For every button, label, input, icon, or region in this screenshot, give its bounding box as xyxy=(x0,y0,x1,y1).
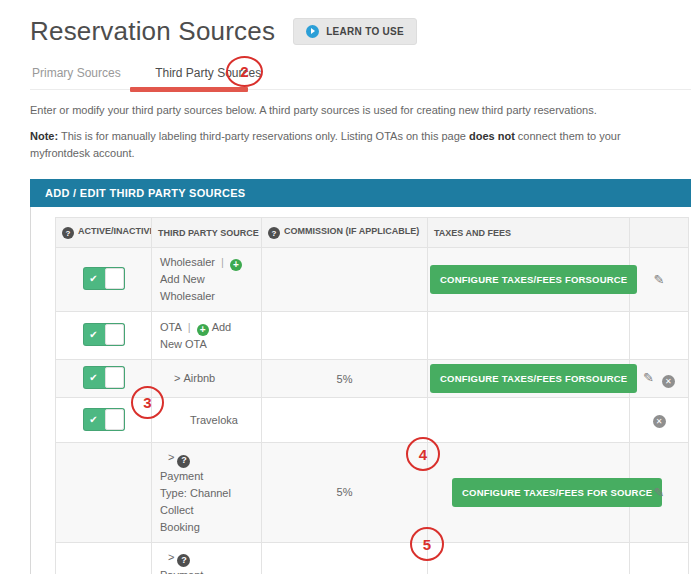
separator: | xyxy=(221,256,224,268)
check-icon: ✔ xyxy=(83,267,105,290)
active-toggle[interactable]: ✔ xyxy=(83,408,125,431)
configure-taxes-button[interactable]: CONFIGURE TAXES/FEES FOR SOURCE xyxy=(452,478,662,507)
column-header-label: ACTIVE/INACTIVE xyxy=(78,226,152,236)
toggle-knob xyxy=(105,324,124,345)
edit-icon[interactable]: ✎ xyxy=(643,370,654,385)
delete-icon[interactable]: ✕ xyxy=(662,375,675,388)
source-text: Wholesaler|+Add New Wholesaler xyxy=(160,254,253,305)
separator: | xyxy=(188,321,191,333)
active-toggle-cell xyxy=(56,443,152,543)
child-prefix: > xyxy=(168,551,174,563)
learn-to-use-button[interactable]: LEARN TO USE xyxy=(293,18,417,45)
toggle-knob xyxy=(105,367,124,388)
check-icon: ✔ xyxy=(83,366,105,389)
note-body: This is for manually labeling third-part… xyxy=(58,130,469,142)
column-header-label: COMMISSION (IF APPLICABLE) xyxy=(284,226,419,236)
help-icon: ? xyxy=(177,455,190,468)
add-new-link[interactable]: Add New Wholesaler xyxy=(160,273,215,302)
source-text: >?Payment Type: Channel Collect Booking xyxy=(160,449,232,536)
active-toggle[interactable]: ✔ xyxy=(83,366,125,389)
commission-value: 5% xyxy=(337,486,353,498)
source-cell: Traveloka xyxy=(152,398,262,443)
play-icon xyxy=(306,25,319,38)
taxes-fees-cell xyxy=(428,312,630,360)
check-icon: ✔ xyxy=(83,323,105,346)
commission-cell: 5% xyxy=(262,360,428,398)
table-row: >?Payment Type: Channel Collect Booking5… xyxy=(56,443,689,543)
panel-body: ?ACTIVE/INACTIVETHIRD PARTY SOURCE?COMMI… xyxy=(30,207,691,574)
tabs: Primary Sources Third Party Sources xyxy=(30,60,691,90)
commission-cell xyxy=(262,248,428,312)
column-header-taxes-and-fees: TAXES AND FEES xyxy=(428,218,630,248)
check-icon: ✔ xyxy=(83,408,105,431)
actions-cell: ✕ xyxy=(630,398,689,443)
tab-primary-sources[interactable]: Primary Sources xyxy=(30,60,123,86)
taxes-fees-cell: CONFIGURE TAXES/FEES FORSOURCE xyxy=(428,248,630,312)
table-row: >?Payment Type: Hotel Collect Booking2%C… xyxy=(56,542,689,574)
active-toggle-cell: ✔ xyxy=(56,312,152,360)
add-edit-sources-panel: ADD / EDIT THIRD PARTY SOURCES ?ACTIVE/I… xyxy=(30,179,691,574)
active-toggle[interactable]: ✔ xyxy=(83,323,125,346)
note-text: Note: This is for manually labeling thir… xyxy=(30,128,634,162)
source-label: Payment Type: Channel Collect Booking xyxy=(160,470,231,533)
source-label: Traveloka xyxy=(190,414,238,426)
child-prefix: > xyxy=(174,372,180,384)
actions-cell xyxy=(630,312,689,360)
taxes-fees-cell: CONFIGURE TAXES/FEES FOR SOURCE xyxy=(428,542,630,574)
plus-icon: + xyxy=(197,324,209,336)
source-label: Airbnb xyxy=(183,372,215,384)
page-header: Reservation Sources LEARN TO USE xyxy=(30,14,691,48)
commission-cell xyxy=(262,398,428,443)
active-toggle-cell: ✔ xyxy=(56,248,152,312)
annotation-circle-5: 5 xyxy=(410,527,444,561)
delete-icon[interactable]: ✕ xyxy=(653,415,666,428)
table-head: ?ACTIVE/INACTIVETHIRD PARTY SOURCE?COMMI… xyxy=(56,218,689,248)
table-row: ✔OTA|+Add New OTA xyxy=(56,312,689,360)
column-header-label: TAXES AND FEES xyxy=(434,228,511,238)
configure-taxes-button[interactable]: CONFIGURE TAXES/FEES FORSOURCE xyxy=(430,364,637,393)
edit-icon[interactable]: ✎ xyxy=(654,485,665,500)
page-content: Reservation Sources LEARN TO USE Primary… xyxy=(0,0,691,574)
configure-taxes-button[interactable]: CONFIGURE TAXES/FEES FORSOURCE xyxy=(430,265,637,294)
annotation-circle-4: 4 xyxy=(406,437,440,471)
taxes-fees-cell: CONFIGURE TAXES/FEES FORSOURCE xyxy=(428,360,630,398)
column-header-commission-if-applicable: ?COMMISSION (IF APPLICABLE) xyxy=(262,218,428,248)
commission-value: 5% xyxy=(337,373,353,385)
intro-text: Enter or modify your third party sources… xyxy=(30,103,691,117)
help-icon: ? xyxy=(62,227,74,239)
toggle-knob xyxy=(105,268,124,289)
toggle-knob xyxy=(105,409,124,430)
source-text: OTA|+Add New OTA xyxy=(160,319,253,353)
note-emphasis: does not xyxy=(469,130,515,142)
table-row: ✔Wholesaler|+Add New WholesalerCONFIGURE… xyxy=(56,248,689,312)
source-cell: >Airbnb xyxy=(152,360,262,398)
annotation-circle-3: 3 xyxy=(131,386,164,419)
actions-cell: ✎ xyxy=(630,248,689,312)
page-title: Reservation Sources xyxy=(30,14,275,48)
column-header-active-inactive: ?ACTIVE/INACTIVE xyxy=(56,218,152,248)
commission-cell xyxy=(262,312,428,360)
actions-cell: ✎✕ xyxy=(630,360,689,398)
help-icon: ? xyxy=(177,554,190,567)
column-header-label: THIRD PARTY SOURCE xyxy=(158,228,259,238)
taxes-fees-cell xyxy=(428,398,630,443)
source-text: >?Payment Type: Hotel Collect Booking xyxy=(160,549,232,574)
plus-icon: + xyxy=(230,259,242,271)
panel-header: ADD / EDIT THIRD PARTY SOURCES xyxy=(30,179,691,207)
actions-cell: ✎ xyxy=(630,542,689,574)
active-tab-underline xyxy=(130,87,248,92)
annotation-circle-2: 2 xyxy=(226,56,263,87)
table-header-row: ?ACTIVE/INACTIVETHIRD PARTY SOURCE?COMMI… xyxy=(56,218,689,248)
commission-cell: 2% xyxy=(262,542,428,574)
taxes-fees-cell: CONFIGURE TAXES/FEES FOR SOURCE xyxy=(428,443,630,543)
source-text: Traveloka xyxy=(160,412,253,429)
child-prefix: > xyxy=(168,451,174,463)
source-cell: OTA|+Add New OTA xyxy=(152,312,262,360)
source-text: >Airbnb xyxy=(160,370,253,387)
source-cell: >?Payment Type: Hotel Collect Booking xyxy=(152,542,262,574)
source-label: Wholesaler xyxy=(160,256,215,268)
source-label: OTA xyxy=(160,321,182,333)
edit-icon[interactable]: ✎ xyxy=(654,272,665,287)
source-label: Payment Type: Hotel Collect Booking xyxy=(160,569,216,574)
active-toggle[interactable]: ✔ xyxy=(83,267,125,290)
